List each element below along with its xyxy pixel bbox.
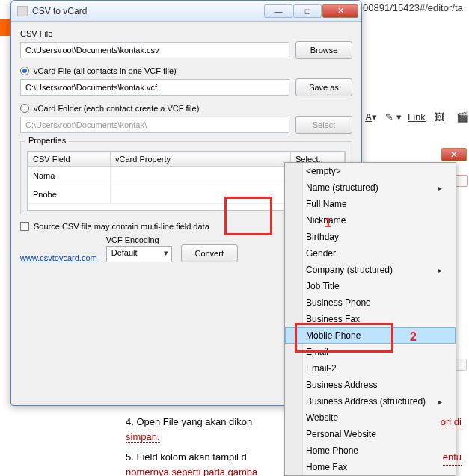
vcard-folder-path-input xyxy=(20,117,289,133)
app-icon xyxy=(17,6,28,16)
bg-window-close-icon[interactable]: ✕ xyxy=(441,148,467,161)
minimize-button[interactable]: — xyxy=(264,4,292,18)
bg-toolbar: A ▾ ✎ ▾ Link 🖼 🎬 xyxy=(363,108,469,125)
image-icon[interactable]: 🖼 xyxy=(432,108,448,125)
properties-legend: Properties xyxy=(25,136,69,145)
highlight-icon[interactable]: ✎ ▾ xyxy=(385,108,402,125)
menu-item[interactable]: Business Phone xyxy=(285,294,456,311)
menu-item[interactable]: Name (structured) xyxy=(285,179,456,196)
menu-item[interactable]: Business Address xyxy=(285,377,456,393)
menu-item[interactable]: Company (structured) xyxy=(285,262,456,278)
menu-item[interactable]: Gender xyxy=(285,245,456,262)
multiline-checkbox-label: Source CSV file may contain multi-line f… xyxy=(34,222,209,231)
vcard-folder-radio[interactable] xyxy=(20,104,29,113)
close-button[interactable]: ✕ xyxy=(322,4,358,18)
text-color-icon[interactable]: A ▾ xyxy=(363,108,379,125)
url-fragment: 00891/15423#/editor/ta xyxy=(363,2,463,13)
menu-item[interactable]: Business Address (structured) xyxy=(285,393,456,409)
website-link[interactable]: www.csvtovcard.com xyxy=(20,253,97,262)
annotation-number-2: 2 xyxy=(410,330,417,344)
vcard-property-cell xyxy=(111,185,291,204)
menu-item[interactable]: Job Title xyxy=(285,278,456,294)
col-vcard-property[interactable]: vCard Property xyxy=(111,152,291,167)
background-document: 4. Open File yang akan dikonori di simpa… xyxy=(126,415,462,476)
menu-item[interactable]: Full Name xyxy=(285,196,456,212)
menu-item[interactable]: Nickname xyxy=(285,212,456,229)
multiline-checkbox[interactable] xyxy=(20,222,29,231)
vcard-file-path-input[interactable] xyxy=(20,79,289,96)
titlebar[interactable]: CSV to vCard — □ ✕ xyxy=(11,1,361,22)
insert-link-button[interactable]: Link xyxy=(408,111,426,123)
vcard-file-radio[interactable] xyxy=(20,67,29,75)
menu-item[interactable]: Birthday xyxy=(285,229,456,245)
convert-button[interactable]: Convert xyxy=(181,244,238,262)
csv-field-cell: Nama xyxy=(28,167,111,185)
vcard-file-radio-label: vCard File (all contacts in one VCF file… xyxy=(34,67,177,75)
encoding-label: VCF Encoding xyxy=(106,235,172,244)
browse-button[interactable]: Browse xyxy=(295,41,352,59)
video-icon[interactable]: 🎬 xyxy=(454,108,469,125)
window-title: CSV to vCard xyxy=(32,6,263,16)
menu-item[interactable]: Mobile Phone xyxy=(285,327,456,344)
csv-field-cell: Pnohe xyxy=(28,185,111,204)
select-folder-button: Select xyxy=(295,116,352,134)
col-csv-field[interactable]: CSV Field xyxy=(28,152,111,167)
menu-item[interactable]: Email xyxy=(285,344,456,360)
vcard-property-cell xyxy=(111,167,291,185)
csv-path-input[interactable] xyxy=(20,42,289,58)
menu-item[interactable]: Business Fax xyxy=(285,311,456,327)
encoding-select[interactable]: Default xyxy=(106,246,172,262)
menu-item[interactable]: <empty> xyxy=(285,163,456,179)
vcard-folder-radio-label: vCard Folder (each contact create a VCF … xyxy=(34,104,199,113)
annotation-number-1: 1 xyxy=(325,217,331,230)
csv-file-label: CSV File xyxy=(20,29,352,38)
menu-item[interactable]: Email-2 xyxy=(285,360,456,377)
save-as-button[interactable]: Save as xyxy=(295,78,352,96)
maximize-button[interactable]: □ xyxy=(293,4,322,18)
